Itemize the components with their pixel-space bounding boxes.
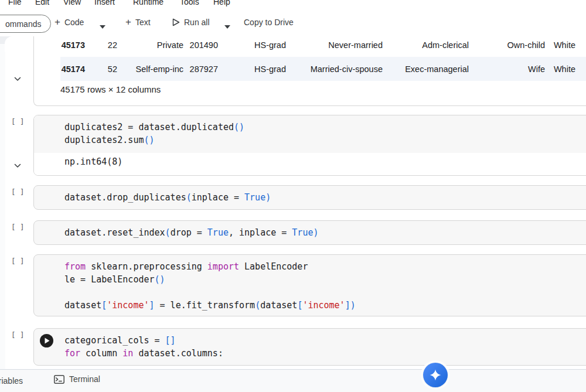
cell-fnlwgt: 201490	[183, 40, 218, 50]
terminal-label: Terminal	[69, 374, 100, 384]
cell-marital-status: Married-civ-spouse	[286, 64, 383, 74]
output-text: np.int64(8)	[64, 156, 122, 167]
code-line: dataset.reset_index(drop = True, inplace…	[64, 226, 586, 239]
cell-education: HS-grad	[218, 40, 286, 50]
gemini-fab-button[interactable]	[423, 363, 448, 387]
cell-age: 22	[85, 40, 117, 50]
variables-button[interactable]: ariables	[0, 376, 23, 386]
dataframe-summary: 45175 rows × 12 columns	[60, 84, 586, 94]
code-cell: from sklearn.preprocessing import LabelE…	[33, 254, 586, 316]
code-area[interactable]: from sklearn.preprocessing import LabelE…	[34, 255, 586, 312]
code-area[interactable]: duplicates2 = dataset.duplicated()duplic…	[34, 115, 586, 146]
cell-age: 52	[85, 64, 117, 74]
code-area[interactable]: dataset.reset_index(drop = True, inplace…	[34, 221, 586, 239]
menu-insert[interactable]: Insert	[94, 0, 115, 6]
dataframe-output: 45173 22 Private 201490 HS-grad Never-ma…	[33, 33, 586, 106]
run-all-dropdown-icon[interactable]	[224, 21, 230, 31]
cell-marital-status: Never-married	[286, 40, 383, 50]
code-line: for column in dataset.columns:	[64, 347, 586, 360]
execution-count-placeholder[interactable]: [ ]	[11, 117, 25, 126]
code-line: from sklearn.preprocessing import LabelE…	[64, 260, 586, 273]
add-text-label: Text	[135, 18, 151, 27]
cell-relationship: Own-child	[469, 40, 545, 50]
plus-icon: +	[125, 17, 131, 27]
code-line	[64, 286, 586, 299]
cell-workclass: Self-emp-inc	[117, 64, 183, 74]
terminal-button[interactable]: Terminal	[54, 374, 100, 384]
gemini-spark-icon	[429, 369, 442, 381]
code-area[interactable]: dataset.drop_duplicates(inplace = True)	[34, 186, 586, 204]
collapse-output-chevron-icon[interactable]	[13, 161, 22, 173]
add-code-button[interactable]: + Code	[54, 8, 84, 36]
code-line: dataset['income'] = le.fit_transform(dat…	[64, 299, 586, 312]
terminal-icon	[54, 375, 64, 384]
cell-workclass: Private	[117, 40, 183, 50]
row-index: 45173	[60, 40, 85, 50]
menu-help[interactable]: Help	[213, 0, 230, 6]
menubar: File Edit View Insert Runtime Tools Help	[0, 0, 586, 8]
execution-count-placeholder[interactable]: [ ]	[11, 188, 25, 196]
code-cell: dataset.reset_index(drop = True, inplace…	[33, 220, 586, 245]
cell-relationship: Wife	[469, 64, 545, 74]
status-bar: ariables Terminal	[0, 369, 586, 392]
execution-count-placeholder[interactable]: [ ]	[11, 330, 25, 339]
code-line: le = LabelEncoder()	[64, 273, 586, 286]
cell-race: White	[545, 40, 575, 50]
menu-file[interactable]: File	[8, 0, 22, 6]
run-cell-button[interactable]	[40, 334, 53, 347]
menu-tools[interactable]: Tools	[180, 0, 199, 6]
add-text-button[interactable]: + Text	[125, 8, 151, 36]
copy-to-drive-label: Copy to Drive	[244, 18, 294, 27]
commands-label: ommands	[5, 19, 41, 29]
collapse-output-chevron-icon[interactable]	[13, 74, 22, 86]
code-line: categorical_cols = []	[64, 334, 586, 347]
table-row: 45173 22 Private 201490 HS-grad Never-ma…	[60, 33, 586, 57]
play-icon	[45, 338, 50, 344]
menu-runtime[interactable]: Runtime	[133, 0, 163, 6]
row-index: 45174	[60, 64, 85, 74]
table-row: 45174 52 Self-emp-inc 287927 HS-grad Mar…	[60, 57, 586, 81]
code-line: duplicates2.sum()	[64, 134, 586, 146]
run-all-button[interactable]: Run all	[172, 8, 210, 36]
output-area: np.int64(8)	[34, 153, 586, 175]
toolbar: ommands + Code + Text Run all Copy to Dr…	[0, 8, 586, 36]
code-line: dataset.drop_duplicates(inplace = True)	[64, 191, 586, 204]
plus-icon: +	[54, 17, 60, 27]
panel-left-gap	[0, 36, 5, 369]
menu-view[interactable]: View	[63, 0, 81, 6]
cell-occupation: Adm-clerical	[383, 40, 469, 50]
panel-corner	[5, 36, 20, 52]
execution-count-placeholder[interactable]: [ ]	[11, 257, 25, 265]
cell-occupation: Exec-managerial	[383, 64, 469, 74]
code-area[interactable]: categorical_cols = []for column in datas…	[34, 329, 586, 360]
cell-education: HS-grad	[218, 64, 286, 74]
commands-button[interactable]: ommands	[0, 15, 51, 33]
run-all-label: Run all	[184, 18, 210, 27]
cell-fnlwgt: 287927	[183, 64, 218, 74]
execution-count-placeholder[interactable]: [ ]	[11, 223, 25, 231]
play-outline-icon	[172, 18, 180, 26]
add-code-dropdown-icon[interactable]	[100, 21, 105, 31]
cell-race: White	[545, 64, 575, 74]
menu-edit[interactable]: Edit	[35, 0, 49, 6]
code-cell: categorical_cols = []for column in datas…	[33, 328, 586, 366]
code-cell: duplicates2 = dataset.duplicated()duplic…	[33, 115, 586, 176]
code-cell: dataset.drop_duplicates(inplace = True)	[33, 185, 586, 210]
copy-to-drive-button[interactable]: Copy to Drive	[244, 8, 294, 36]
add-code-label: Code	[64, 18, 84, 27]
code-line: duplicates2 = dataset.duplicated()	[64, 121, 586, 134]
